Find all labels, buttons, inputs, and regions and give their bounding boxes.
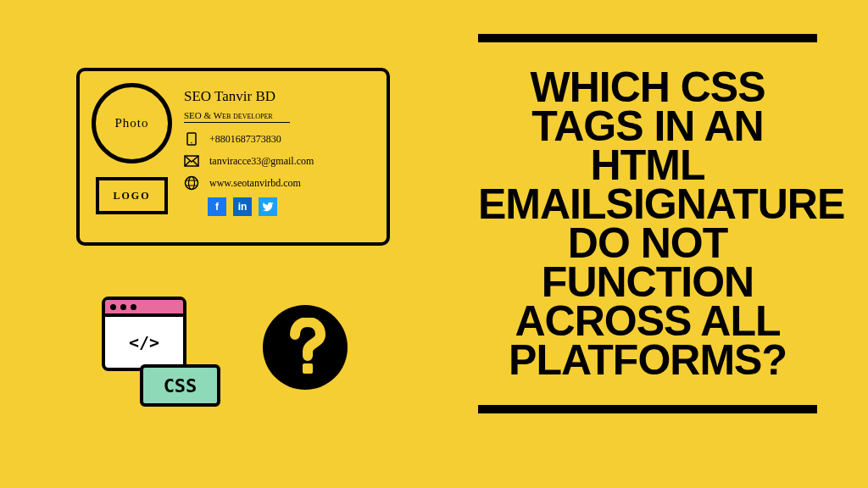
headline-panel: WHICH CSS TAGS IN AN HTML EMAILSIGNATURE… bbox=[478, 34, 817, 413]
email-icon bbox=[184, 153, 199, 169]
globe-icon bbox=[184, 175, 199, 191]
phone-text: +8801687373830 bbox=[209, 133, 281, 146]
question-mark-icon bbox=[263, 305, 348, 390]
email-row: tanviracce33@gmail.com bbox=[184, 153, 375, 169]
phone-icon bbox=[184, 131, 199, 147]
svg-rect-5 bbox=[303, 363, 313, 374]
facebook-icon: f bbox=[208, 197, 226, 216]
linkedin-icon: in bbox=[233, 197, 252, 216]
headline-text: WHICH CSS TAGS IN AN HTML EMAILSIGNATURE… bbox=[478, 68, 817, 380]
social-row: f in bbox=[208, 197, 375, 216]
logo-label: LOGO bbox=[113, 190, 150, 202]
window-titlebar bbox=[105, 300, 183, 317]
website-row: www.seotanvirbd.com bbox=[184, 175, 375, 191]
twitter-icon bbox=[259, 197, 277, 216]
photo-label: Photo bbox=[114, 116, 148, 130]
svg-point-3 bbox=[186, 177, 198, 190]
css-illustration: </> CSS bbox=[102, 297, 220, 407]
phone-row: +8801687373830 bbox=[184, 131, 375, 147]
svg-point-1 bbox=[191, 142, 192, 144]
css-tag-label: CSS bbox=[140, 364, 220, 407]
window-dot-icon bbox=[110, 304, 116, 310]
email-text: tanviracce33@gmail.com bbox=[209, 155, 314, 168]
contact-name: SEO Tanvir BD bbox=[184, 88, 375, 105]
contact-role: SEO & Web developer bbox=[184, 110, 290, 123]
website-text: www.seotanvirbd.com bbox=[209, 177, 301, 190]
card-left-column: Photo LOGO bbox=[92, 83, 172, 230]
window-dot-icon bbox=[120, 304, 126, 310]
svg-point-4 bbox=[189, 177, 195, 190]
bottom-divider bbox=[478, 405, 817, 413]
photo-placeholder: Photo bbox=[92, 83, 172, 164]
code-window: </> bbox=[102, 297, 186, 371]
top-divider bbox=[478, 34, 817, 42]
logo-placeholder: LOGO bbox=[96, 177, 168, 214]
signature-card: Photo LOGO SEO Tanvir BD SEO & Web devel… bbox=[76, 68, 390, 246]
window-dot-icon bbox=[131, 304, 136, 310]
code-tag-label: </> bbox=[105, 317, 183, 368]
card-right-column: SEO Tanvir BD SEO & Web developer +88016… bbox=[184, 83, 375, 230]
